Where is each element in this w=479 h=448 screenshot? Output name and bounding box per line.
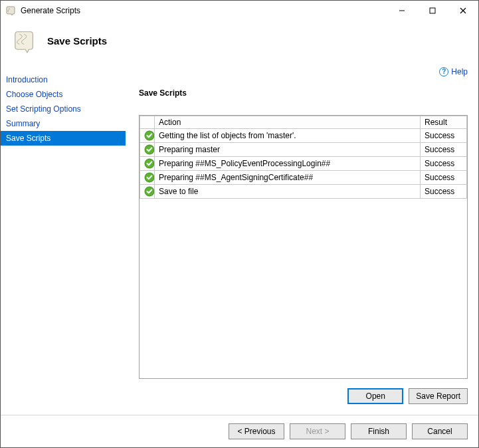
success-icon: [140, 143, 155, 157]
minimize-button[interactable]: [387, 1, 417, 21]
help-link[interactable]: Help: [451, 67, 468, 76]
column-header-action: Action: [155, 116, 421, 129]
action-cell: Preparing ##MS_AgentSigningCertificate##: [155, 171, 421, 185]
table-row: Preparing masterSuccess: [140, 143, 467, 157]
result-cell: Success: [421, 171, 467, 185]
close-button[interactable]: [448, 1, 478, 21]
window-title: Generate Scripts: [21, 6, 80, 15]
sidebar-item-summary[interactable]: Summary: [1, 116, 126, 131]
action-cell: Save to file: [155, 185, 421, 199]
sidebar-item-save-scripts[interactable]: Save Scripts: [1, 131, 126, 146]
svg-rect-1: [430, 8, 435, 13]
table-row: Preparing ##MS_AgentSigningCertificate##…: [140, 171, 467, 185]
titlebar: Generate Scripts: [1, 1, 478, 21]
finish-button[interactable]: Finish: [351, 423, 407, 439]
success-icon: [140, 171, 155, 185]
result-cell: Success: [421, 157, 467, 171]
save-report-button[interactable]: Save Report: [409, 388, 468, 404]
action-cell: Preparing ##MS_PolicyEventProcessingLogi…: [155, 157, 421, 171]
success-icon: [140, 157, 155, 171]
success-icon: [140, 185, 155, 199]
app-icon: [6, 5, 17, 16]
next-button: Next >: [290, 423, 345, 439]
success-icon: [140, 129, 155, 143]
nav-sidebar: Introduction Choose Objects Set Scriptin…: [1, 60, 126, 415]
content-pane: ? Help Save Scripts Action Result G: [126, 60, 478, 415]
scroll-icon: [13, 28, 38, 53]
table-row: Save to fileSuccess: [140, 185, 467, 199]
result-cell: Success: [421, 143, 467, 157]
open-button[interactable]: Open: [347, 388, 403, 404]
column-header-result: Result: [421, 116, 467, 129]
cancel-button[interactable]: Cancel: [412, 423, 468, 439]
action-cell: Getting the list of objects from 'master…: [155, 129, 421, 143]
help-icon[interactable]: ?: [439, 67, 448, 76]
maximize-button[interactable]: [417, 1, 448, 21]
sidebar-item-introduction[interactable]: Introduction: [1, 72, 126, 87]
previous-button[interactable]: < Previous: [229, 423, 284, 439]
action-cell: Preparing master: [155, 143, 421, 157]
page-heading: Save Scripts: [47, 35, 107, 47]
sidebar-item-choose-objects[interactable]: Choose Objects: [1, 87, 126, 102]
table-row: Preparing ##MS_PolicyEventProcessingLogi…: [140, 157, 467, 171]
section-title: Save Scripts: [139, 88, 468, 98]
column-header-status: [140, 116, 155, 129]
wizard-footer: < Previous Next > Finish Cancel: [1, 415, 478, 447]
result-cell: Success: [421, 129, 467, 143]
table-row: Getting the list of objects from 'master…: [140, 129, 467, 143]
result-cell: Success: [421, 185, 467, 199]
results-grid: Action Result Getting the list of object…: [139, 115, 468, 379]
sidebar-item-set-scripting-options[interactable]: Set Scripting Options: [1, 102, 126, 116]
wizard-header: Save Scripts: [1, 21, 478, 60]
